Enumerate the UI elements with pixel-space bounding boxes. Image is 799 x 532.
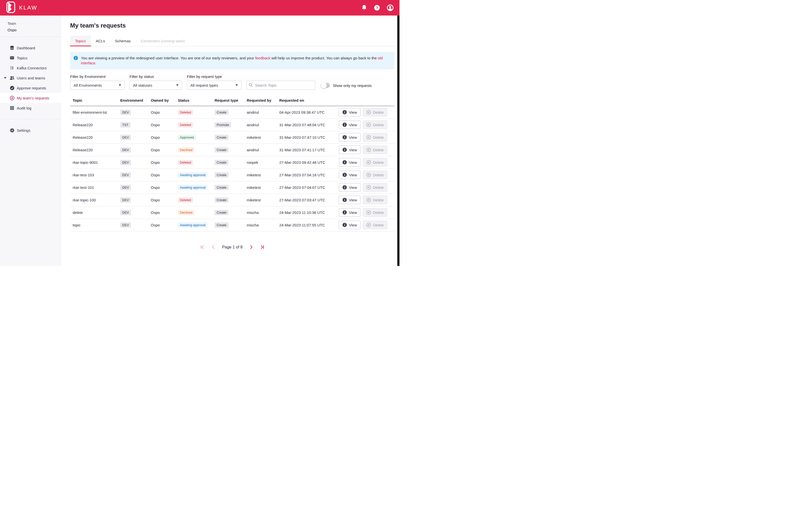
delete-button[interactable]: Delete (363, 146, 387, 154)
filter-status-select[interactable]: All statuses (130, 81, 182, 90)
topic-cell: rkar-topic-100 (70, 194, 118, 206)
info-icon (342, 110, 347, 114)
tabs-bar: Topics ACLs Schemas Connectors (coming s… (70, 36, 395, 46)
view-button[interactable]: View (339, 120, 360, 129)
environment-badge: DEV (120, 135, 131, 140)
sidebar-item-users-and-teams[interactable]: Users and teams (0, 73, 61, 83)
first-page-button[interactable] (200, 245, 204, 249)
request-type-badge: Create (215, 135, 228, 140)
delete-button[interactable]: Delete (363, 196, 387, 204)
delete-button[interactable]: Delete (363, 221, 387, 229)
klaw-logo[interactable]: KLAW (6, 1, 38, 14)
view-button[interactable]: View (339, 183, 360, 192)
status-cell: Approved (175, 131, 212, 144)
request-type-badge: Promote (215, 122, 231, 128)
next-page-button[interactable] (249, 245, 253, 249)
delete-cell: Delete (360, 144, 395, 156)
view-button[interactable]: View (339, 133, 360, 141)
view-cell: View (336, 194, 360, 206)
sidebar-item-approve-requests[interactable]: Approve requests (0, 83, 61, 93)
info-icon (342, 148, 347, 152)
info-icon (74, 56, 78, 65)
delete-button[interactable]: Delete (363, 158, 387, 167)
status-cell: Deleted (175, 194, 212, 206)
show-only-my-requests-toggle[interactable] (321, 83, 330, 88)
view-button[interactable]: View (339, 221, 360, 229)
filter-request-type-select[interactable]: All request types (187, 81, 242, 90)
sidebar-item-my-teams-requests[interactable]: My team's requests (0, 93, 61, 103)
environment-cell: DEV (118, 194, 148, 206)
requested-on-cell: 27-Mar-2023 09:42:48 UTC (277, 156, 336, 169)
delete-button[interactable]: Delete (363, 108, 387, 116)
requested-by-cell: aindriul (244, 106, 277, 118)
page-indicator: Page 1 of 8 (222, 245, 243, 249)
search-input[interactable] (246, 81, 315, 90)
toggle-knob (321, 82, 327, 89)
table-row: Release220 DEV Ospo Approved Create mike… (70, 131, 395, 144)
tab-topics[interactable]: Topics (70, 36, 91, 46)
filter-environment-label: Filter by Environment (70, 74, 125, 79)
delete-button[interactable]: Delete (363, 120, 387, 129)
help-icon[interactable]: ? (374, 5, 380, 11)
window-scrollbar[interactable] (397, 0, 400, 266)
previous-page-button[interactable] (211, 245, 215, 249)
owned-by-cell: Ospo (148, 144, 175, 156)
column-header-request-type: Request type (212, 98, 244, 106)
environment-badge: DEV (120, 172, 131, 177)
view-button[interactable]: View (339, 171, 360, 179)
delete-cell: Delete (360, 206, 395, 218)
request-type-badge: Create (215, 185, 228, 190)
request-type-cell: Create (212, 206, 244, 218)
requested-on-cell: 31-Mar-2023 07:41:17 UTC (277, 144, 336, 156)
request-type-badge: Create (215, 210, 228, 215)
status-badge: Awaiting approval (178, 185, 207, 190)
delete-button[interactable]: Delete (363, 183, 387, 192)
sidebar-item-topics[interactable]: Topics (0, 53, 61, 63)
filter-bar: Filter by Environment All Environments F… (70, 74, 400, 90)
owned-by-cell: Ospo (148, 156, 175, 169)
view-button[interactable]: View (339, 196, 360, 204)
database-icon (9, 45, 15, 50)
view-button[interactable]: View (339, 158, 360, 167)
sidebar-item-label: My team's requests (17, 96, 49, 100)
sidebar-item-audit-log[interactable]: Audit log (0, 103, 61, 113)
view-cell: View (336, 144, 360, 156)
tab-acls[interactable]: ACLs (91, 36, 110, 46)
plus-circle-icon (9, 95, 15, 100)
sidebar-item-label: Settings (17, 128, 30, 133)
sidebar-item-label: Users and teams (17, 76, 45, 80)
sidebar-item-settings[interactable]: Settings (0, 125, 61, 135)
delete-button[interactable]: Delete (363, 208, 387, 217)
table-row: rkar-topic-9001 DEV Ospo Deleted Create … (70, 156, 395, 169)
info-icon (342, 173, 347, 177)
bell-icon[interactable] (361, 5, 367, 11)
profile-icon[interactable] (387, 4, 394, 11)
tab-schemas[interactable]: Schemas (110, 36, 136, 46)
delete-button[interactable]: Delete (363, 133, 387, 141)
view-button[interactable]: View (339, 208, 360, 217)
view-button[interactable]: View (339, 108, 360, 116)
status-badge: Deleted (178, 197, 193, 203)
topic-cell: Release220 (70, 144, 118, 156)
environment-badge: DEV (120, 197, 131, 203)
filter-environment-select[interactable]: All Environments (70, 81, 125, 90)
topic-cell: topic (70, 218, 118, 231)
request-type-cell: Promote (212, 118, 244, 131)
request-type-badge: Create (215, 172, 228, 177)
view-button[interactable]: View (339, 146, 360, 154)
table-row: rkar-test-103 DEV Ospo Awaiting approval… (70, 169, 395, 181)
request-type-cell: Create (212, 169, 244, 181)
info-icon (342, 210, 347, 215)
circle-x-icon (366, 135, 371, 139)
last-page-button[interactable] (260, 245, 265, 249)
delete-button[interactable]: Delete (363, 171, 387, 179)
tab-connectors: Connectors (coming soon) (136, 36, 190, 46)
sidebar-item-dashboard[interactable]: Dashboard (0, 43, 61, 53)
circle-x-icon (366, 197, 371, 202)
table-row: Release220 TST Ospo Deleted Promote aind… (70, 118, 395, 131)
sidebar-item-kafka-connectors[interactable]: Kafka Connectors (0, 63, 61, 73)
feedback-link[interactable]: feedback (255, 56, 270, 60)
requested-by-cell: aindriul (244, 144, 277, 156)
sidebar: Team Ospo Dashboard Topics Kafka (0, 16, 61, 266)
banner-text-segment: . (95, 61, 96, 65)
